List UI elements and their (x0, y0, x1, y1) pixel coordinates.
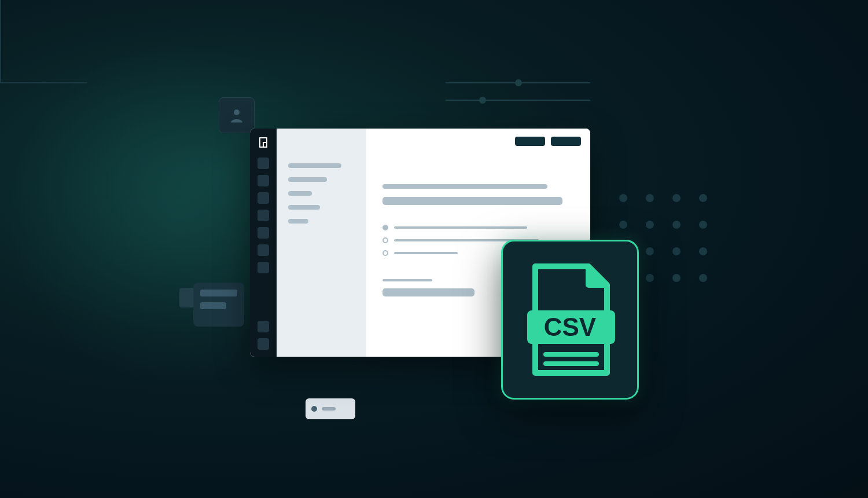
csv-file-badge: CSV (501, 240, 639, 400)
nav-item[interactable] (258, 158, 269, 169)
radio-icon (382, 237, 388, 243)
nav-item[interactable] (258, 210, 269, 221)
csv-file-icon: CSV (524, 262, 616, 378)
nav-item[interactable] (258, 321, 269, 332)
connector-line (0, 0, 1, 82)
nav-rail (250, 129, 277, 357)
nav-item[interactable] (258, 262, 269, 273)
text-line (382, 279, 432, 281)
nav-item[interactable] (258, 227, 269, 239)
user-icon (219, 97, 255, 133)
sidebar (277, 129, 366, 357)
nav-item[interactable] (258, 244, 269, 256)
nav-item[interactable] (258, 192, 269, 204)
topbar (366, 129, 590, 154)
sidebar-item[interactable] (288, 219, 308, 224)
nav-item[interactable] (258, 338, 269, 350)
sidebar-item[interactable] (288, 163, 341, 168)
topbar-button[interactable] (551, 137, 581, 146)
text-line (382, 184, 547, 189)
radio-icon (382, 250, 388, 256)
text-line (394, 226, 527, 229)
radio-option[interactable] (382, 225, 574, 230)
text-line (382, 288, 475, 296)
app-logo-icon (256, 136, 270, 149)
sidebar-item[interactable] (288, 205, 320, 210)
slider-icon (446, 82, 590, 117)
card-icon (193, 283, 244, 327)
text-line (394, 252, 458, 254)
card-stub-icon (179, 288, 194, 307)
svg-point-0 (234, 109, 240, 115)
radio-icon (382, 225, 388, 230)
text-line (382, 197, 562, 205)
chip-icon (306, 398, 355, 419)
sidebar-item[interactable] (288, 191, 312, 196)
nav-item[interactable] (258, 175, 269, 186)
topbar-button[interactable] (515, 137, 545, 146)
sidebar-item[interactable] (288, 177, 327, 182)
csv-label-text: CSV (544, 313, 597, 341)
